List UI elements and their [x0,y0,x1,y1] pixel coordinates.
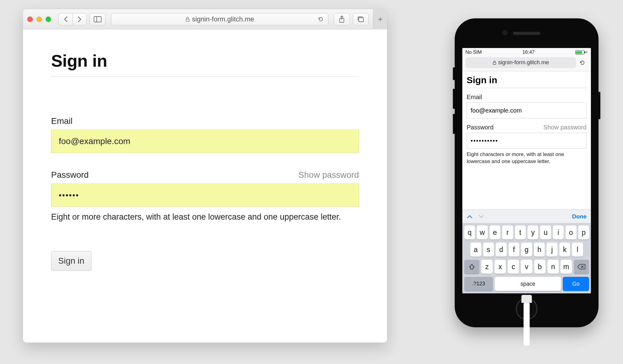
ios-password-label: Password [467,124,494,131]
backspace-icon [577,264,585,269]
sidebar-toggle-button[interactable] [90,13,106,25]
key-v[interactable]: v [521,260,532,274]
keyboard-row-2: asdfghjkl [464,243,589,257]
reload-icon [579,60,585,66]
key-z[interactable]: z [481,260,493,274]
ios-page-title: Sign in [467,75,587,88]
share-button[interactable] [334,13,350,25]
window-controls [27,17,51,22]
lock-icon [493,61,496,65]
clock: 16:47 [522,50,535,55]
password-label: Password [51,170,89,180]
svg-rect-2 [186,19,189,21]
key-a[interactable]: a [470,243,481,257]
show-password-toggle[interactable]: Show password [298,170,359,180]
key-h[interactable]: h [534,243,545,257]
prev-field-button[interactable] [467,214,473,219]
forward-button[interactable] [73,13,87,25]
tabs-button[interactable] [353,13,369,25]
svg-rect-6 [493,62,496,65]
space-key[interactable]: space [495,277,561,291]
keyboard-row-3: zxcvbnm [464,260,589,274]
key-g[interactable]: g [521,243,532,257]
next-field-button[interactable] [478,214,484,219]
key-s[interactable]: s [483,243,494,257]
password-field-group: Password Show password •••••• Eight or m… [51,170,359,222]
key-m[interactable]: m [561,260,572,274]
chevron-up-icon [467,214,473,219]
key-f[interactable]: f [509,243,520,257]
minimize-window-button[interactable] [36,17,42,22]
ios-password-input[interactable]: •••••••••• [467,133,587,149]
reload-icon [318,16,324,22]
key-w[interactable]: w [477,225,487,240]
iphone-screen: No SIM 16:47 ⚡︎ signin-form.glitch.me Si… [462,48,591,294]
key-q[interactable]: q [464,225,475,240]
key-e[interactable]: e [490,225,500,240]
key-l[interactable]: l [572,243,583,257]
volume-down-button [453,114,455,134]
ios-email-label: Email [467,94,482,101]
email-input[interactable] [51,130,359,153]
ios-address-bar[interactable]: signin-form.glitch.me [465,57,576,68]
key-y[interactable]: y [528,225,538,240]
battery-indicator: ⚡︎ [575,50,588,54]
close-window-button[interactable] [27,17,33,22]
safari-toolbar: signin-form.glitch.me + [23,9,387,29]
key-t[interactable]: t [515,225,526,240]
backspace-key[interactable] [574,260,589,274]
shift-key[interactable] [464,260,479,274]
ios-page-content: Sign in Email Password Show password •••… [462,71,591,210]
key-k[interactable]: k [559,243,570,257]
numbers-key[interactable]: .?123 [464,277,493,291]
password-hint: Eight or more characters, with at least … [51,212,359,222]
key-b[interactable]: b [534,260,546,274]
sidebar-icon [94,16,102,22]
key-x[interactable]: x [494,260,506,274]
mute-switch [453,67,455,80]
key-u[interactable]: u [540,225,551,240]
key-p[interactable]: p [578,225,589,240]
iphone-device: No SIM 16:47 ⚡︎ signin-form.glitch.me Si… [455,18,599,327]
signin-button[interactable]: Sign in [51,251,91,271]
email-field-group: Email [51,116,359,153]
key-d[interactable]: d [496,243,507,257]
new-tab-button[interactable]: + [373,9,387,29]
ios-status-bar: No SIM 16:47 ⚡︎ [462,48,591,57]
ios-password-hint: Eight characters or more, with at least … [467,151,587,165]
key-c[interactable]: c [508,260,519,274]
shift-icon [469,264,475,270]
go-key[interactable]: Go [563,277,589,291]
key-o[interactable]: o [565,225,576,240]
ios-email-field-group: Email [467,94,587,118]
password-input[interactable]: •••••• [51,184,359,207]
ios-reload-button[interactable] [579,60,588,66]
back-button[interactable] [58,13,73,25]
chevron-down-icon [478,214,484,219]
key-j[interactable]: j [547,243,558,257]
address-bar[interactable]: signin-form.glitch.me [111,13,328,25]
key-i[interactable]: i [553,225,564,240]
nav-buttons [58,13,87,25]
svg-rect-5 [359,18,364,22]
ios-show-password-toggle[interactable]: Show password [543,124,587,131]
plus-icon: + [378,14,382,24]
front-camera [502,30,508,35]
zoom-window-button[interactable] [46,17,51,22]
form-nav-arrows [467,214,484,219]
reload-button[interactable] [318,16,324,22]
lightning-cable [524,303,530,346]
keyboard-done-button[interactable]: Done [572,213,587,220]
key-n[interactable]: n [547,260,559,274]
ios-url-host: signin-form.glitch.me [498,59,549,66]
key-r[interactable]: r [502,225,513,240]
chevron-left-icon [64,16,68,22]
email-label: Email [51,116,73,126]
charging-icon: ⚡︎ [585,50,588,54]
keyboard-row-4: .?123 space Go [464,277,589,291]
tabs-icon [357,16,364,22]
volume-up-button [453,89,455,109]
ios-toolbar: signin-form.glitch.me [462,57,591,71]
carrier-label: No SIM [465,50,482,55]
ios-email-input[interactable] [467,102,587,118]
